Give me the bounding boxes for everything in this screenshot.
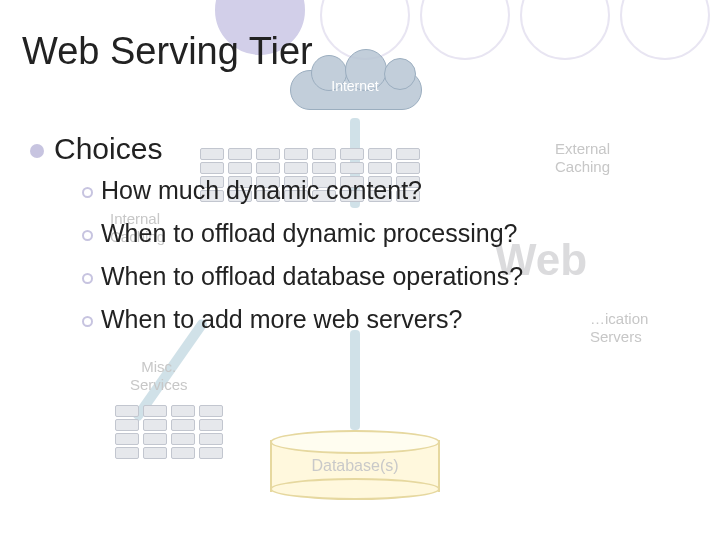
sub-bullet: When to offload database operations? [82,262,523,291]
bg-label-appservers: …ication Servers [590,310,648,346]
bullet-level1-text: Choices [54,132,162,165]
bg-label-database: Database(s) [270,457,440,475]
ring-bullet-icon [82,273,93,284]
sub-bullet-text: When to offload database operations? [101,262,523,290]
server-icon [199,405,223,459]
cloud-label: Internet [290,78,420,94]
ring-bullet-icon [82,230,93,241]
server-icon [143,405,167,459]
bg-label-external: External Caching [555,140,610,176]
ring-bullet-icon [82,316,93,327]
bg-label-misc: Misc. Services [130,358,188,394]
server-icon [171,405,195,459]
server-icon [115,405,139,459]
sub-bullet-list: How much dynamic content? When to offloa… [82,176,523,348]
decorative-circle [520,0,610,60]
sub-bullet: How much dynamic content? [82,176,523,205]
sub-bullet-text: When to offload dynamic processing? [101,219,517,247]
slide-title: Web Serving Tier [22,30,313,73]
ring-bullet-icon [82,187,93,198]
disc-bullet-icon [30,144,44,158]
sub-bullet-text: How much dynamic content? [101,176,422,204]
sub-bullet-text: When to add more web servers? [101,305,462,333]
sub-bullet: When to add more web servers? [82,305,523,334]
bullet-level1: Choices [30,132,162,166]
decorative-circle [620,0,710,60]
sub-bullet: When to offload dynamic processing? [82,219,523,248]
